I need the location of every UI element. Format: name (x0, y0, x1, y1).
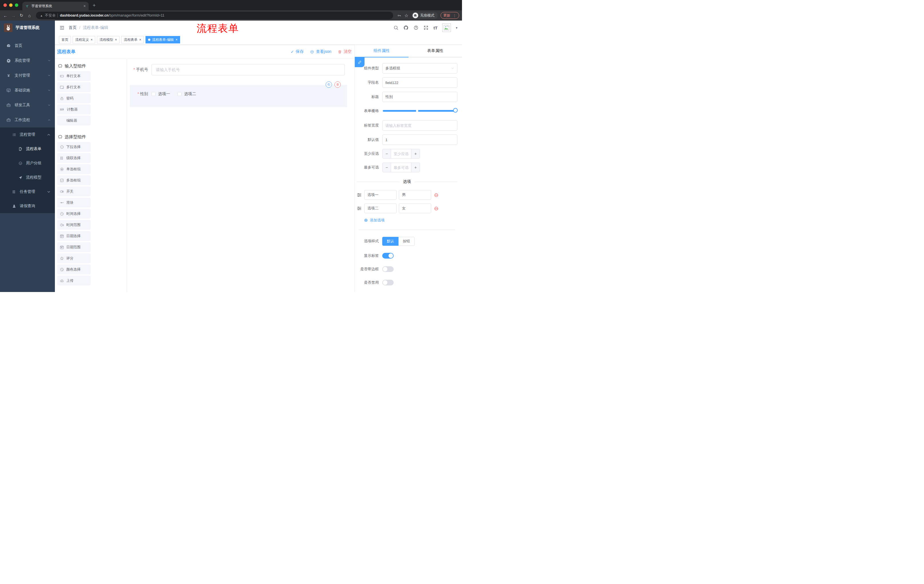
github-icon[interactable] (403, 25, 409, 30)
option-label-input[interactable] (364, 190, 396, 200)
search-icon[interactable] (393, 25, 399, 30)
add-option-button[interactable]: ⊕ 添加选项 (364, 218, 457, 223)
palette-item-checkbox-group[interactable]: 多选框组 (57, 175, 91, 185)
stepper-decrease-button[interactable]: − (383, 149, 391, 158)
phone-input[interactable] (152, 64, 345, 76)
delete-widget-button[interactable] (335, 81, 341, 88)
palette-item-password[interactable]: 密码 (57, 94, 91, 103)
min-select-input[interactable] (391, 149, 411, 158)
max-select-input[interactable] (391, 163, 411, 172)
tag-process-definition[interactable]: 流程定义× (73, 36, 95, 43)
palette-item-time-picker[interactable]: 时间选择 (57, 209, 91, 219)
sidebar-item-process-model[interactable]: 流程模型 (0, 170, 55, 184)
palette-item-color-picker[interactable]: 颜色选择 (57, 265, 91, 274)
window-close-button[interactable] (3, 3, 7, 7)
tab-close-icon[interactable]: × (84, 4, 86, 8)
style-default-button[interactable]: 默认 (382, 237, 399, 246)
tag-process-form[interactable]: 流程表单× (121, 36, 144, 43)
sidebar-item-task-mgmt[interactable]: 任务管理 (0, 184, 55, 199)
bookmark-star-icon[interactable]: ☆ (404, 13, 408, 18)
palette-item-date-picker[interactable]: 日期选择 (57, 231, 91, 241)
stepper-decrease-button[interactable]: − (383, 163, 391, 172)
avatar[interactable] (442, 23, 451, 32)
sidebar-item-process-form[interactable]: 流程表单 (0, 142, 55, 156)
sidebar-item-home[interactable]: 首页 (0, 38, 55, 53)
palette-item-slider[interactable]: 滑块 (57, 198, 91, 207)
browser-update-button[interactable]: 更新 ⋮ (441, 12, 459, 19)
stepper-increase-button[interactable]: + (411, 163, 420, 172)
sidebar-item-process-mgmt[interactable]: 流程管理 (0, 127, 55, 142)
sidebar-item-system[interactable]: 系统管理 (0, 53, 55, 68)
browser-menu-icon[interactable]: ⋮ (453, 13, 457, 18)
sidebar-item-user-group[interactable]: 用户分组 (0, 156, 55, 170)
palette-item-counter[interactable]: 123计数器 (57, 105, 91, 114)
stepper-increase-button[interactable]: + (411, 149, 420, 158)
browser-tab[interactable]: 芋道管理系统 × (22, 2, 89, 10)
new-tab-button[interactable]: + (92, 3, 96, 8)
checkbox-box[interactable] (152, 92, 155, 96)
remove-option-icon[interactable]: ⊖ (434, 206, 439, 211)
home-button[interactable]: ⌂ (27, 13, 32, 18)
checkbox-box[interactable] (178, 92, 182, 96)
palette-item-cascader[interactable]: 级联选择 (57, 153, 91, 163)
slider-thumb[interactable] (453, 108, 458, 113)
field-link-tab[interactable] (355, 58, 365, 67)
palette-item-single-text[interactable]: 单行文本 (57, 71, 91, 81)
border-toggle[interactable] (382, 266, 394, 272)
sidebar-item-workflow[interactable]: 工作流程 (0, 113, 55, 127)
clear-button[interactable]: 清空 (338, 49, 351, 54)
drag-handle-icon[interactable] (356, 206, 362, 211)
tag-close-icon[interactable]: × (139, 38, 141, 42)
security-label[interactable]: 不安全 (45, 13, 56, 18)
reload-button[interactable]: ↻ (19, 13, 24, 18)
palette-item-switch[interactable]: 开关 (57, 187, 91, 196)
tab-component-props[interactable]: 组件属性 (355, 45, 409, 58)
palette-item-rate[interactable]: 评分 (57, 253, 91, 263)
label-width-input[interactable] (382, 120, 457, 131)
grid-slider[interactable] (383, 110, 455, 112)
tab-form-props[interactable]: 表单属性 (409, 45, 462, 58)
password-key-icon[interactable] (397, 13, 401, 18)
sidebar-item-payment[interactable]: ¥ 支付管理 (0, 68, 55, 83)
font-size-icon[interactable]: tT (433, 25, 437, 30)
option-label-input[interactable] (364, 204, 396, 213)
view-json-button[interactable]: 查看json (310, 49, 332, 54)
tag-home[interactable]: 首页 (59, 36, 71, 43)
field-name-input[interactable] (382, 77, 457, 88)
tag-close-icon[interactable]: × (91, 38, 92, 42)
window-zoom-button[interactable] (15, 3, 18, 7)
tag-close-icon[interactable]: × (115, 38, 117, 42)
tag-process-form-edit[interactable]: 流程表单-编辑× (145, 36, 180, 43)
palette-item-multi-text[interactable]: 多行文本 (57, 82, 91, 92)
palette-item-date-range[interactable]: 日期范围 (57, 242, 91, 252)
canvas-field-gender-selected[interactable]: 性别 选项一 选项二 (130, 85, 347, 107)
help-icon[interactable] (413, 25, 419, 30)
canvas-field-phone[interactable]: 手机号 (130, 64, 345, 76)
duplicate-widget-button[interactable] (326, 81, 332, 88)
default-value-input[interactable] (382, 135, 457, 145)
sidebar-collapse-icon[interactable] (59, 25, 64, 30)
breadcrumb-home[interactable]: 首页 (69, 25, 77, 30)
avatar-caret-down-icon[interactable]: ▾ (456, 26, 457, 30)
gender-option-1-checkbox[interactable]: 选项一 (152, 91, 170, 97)
fullscreen-icon[interactable] (423, 25, 429, 30)
save-button[interactable]: ✓保存 (291, 49, 304, 54)
palette-item-dropdown[interactable]: 下拉选择 (57, 142, 91, 152)
component-type-select[interactable]: 多选框组 (382, 63, 457, 73)
address-bar[interactable]: ▲ 不安全 dashboard.yudao.iocoder.cn/bpm/man… (36, 12, 393, 19)
tag-process-model[interactable]: 流程模型× (97, 36, 119, 43)
tag-close-icon[interactable]: × (175, 38, 178, 42)
palette-item-radio-group[interactable]: 单选框组 (57, 164, 91, 174)
palette-item-upload[interactable]: 上传 (57, 276, 91, 285)
option-value-input[interactable] (399, 190, 431, 200)
palette-item-time-range[interactable]: 时间范围 (57, 220, 91, 230)
sidebar-item-infra[interactable]: 基础设施 (0, 83, 55, 98)
back-button[interactable]: ← (3, 13, 8, 18)
gender-option-2-checkbox[interactable]: 选项二 (178, 91, 196, 97)
drag-handle-icon[interactable] (356, 192, 362, 198)
sidebar-item-devtools[interactable]: 研发工具 (0, 98, 55, 113)
sidebar-item-leave-query[interactable]: 请假查询 (0, 199, 55, 213)
disabled-toggle[interactable] (382, 280, 394, 285)
show-label-toggle[interactable] (382, 253, 394, 258)
palette-item-editor[interactable]: 编辑器 (57, 116, 91, 125)
